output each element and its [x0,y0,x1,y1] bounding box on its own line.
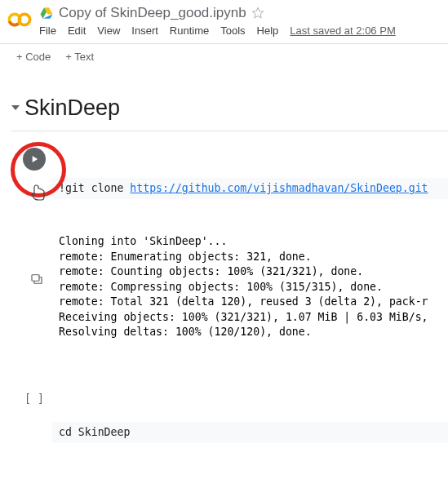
star-icon[interactable] [251,7,264,20]
app-header: Copy of SkinDeep_good.ipynb File Edit Vi… [0,0,448,43]
section-title: SkinDeep [24,95,120,121]
toolbar: + Code + Text [0,43,448,69]
menu-bar: File Edit View Insert Runtime Tools Help… [39,21,441,42]
add-text-button[interactable]: + Text [62,49,97,64]
collapse-arrow-icon[interactable] [11,102,20,114]
menu-view[interactable]: View [97,24,120,37]
code-input[interactable]: cd SkinDeep [52,422,448,443]
code-cell: [ ] cd SkinDeep /content/SkinDeep [0,385,448,479]
document-title[interactable]: Copy of SkinDeep_good.ipynb [59,5,246,21]
menu-file[interactable]: File [39,24,56,37]
last-saved-label[interactable]: Last saved at 2:06 PM [290,24,395,37]
add-code-button[interactable]: + Code [13,49,54,64]
menu-tools[interactable]: Tools [220,24,245,37]
code-input[interactable]: !git clone https://github.com/vijishmadh… [52,178,448,199]
code-link[interactable]: https://github.com/vijishmadhavan/SkinDe… [130,182,428,194]
menu-runtime[interactable]: Runtime [170,24,209,37]
menu-insert[interactable]: Insert [131,24,158,37]
svg-rect-3 [32,275,39,282]
menu-edit[interactable]: Edit [68,24,86,37]
cell-output: Cloning into 'SkinDeep'... remote: Enume… [52,234,448,339]
run-cell-button[interactable] [23,148,46,171]
code-cell: !git clone https://github.com/vijishmadh… [0,131,448,377]
colab-logo [7,7,33,33]
google-drive-icon [39,6,54,20]
cell-output-icon[interactable] [29,272,44,289]
pointer-cursor-icon [31,184,46,203]
menu-help[interactable]: Help [257,24,279,37]
execution-indicator[interactable]: [ ] [24,391,44,405]
notebook-content: SkinDeep !git clone https://github.com/v… [0,69,448,479]
code-text: !git clone [59,182,130,194]
